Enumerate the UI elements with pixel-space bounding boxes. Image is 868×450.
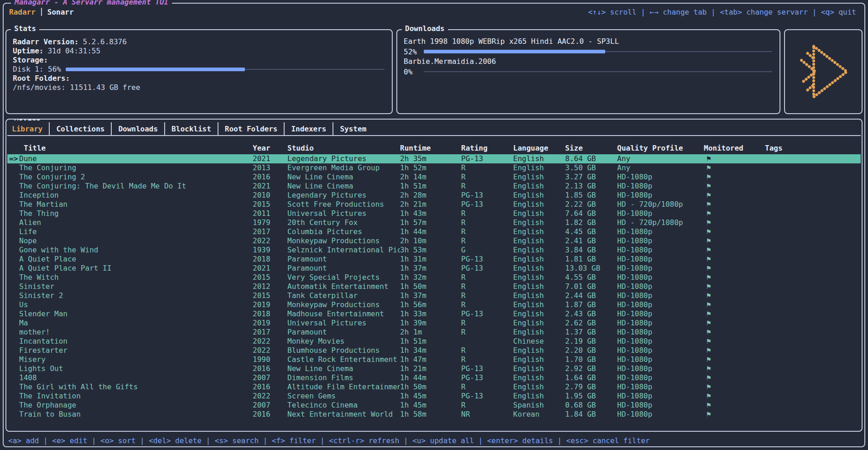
table-row[interactable]: Incantation2022Monkey Movies1h 51mChines… (7, 337, 861, 346)
header-marker-gap (7, 143, 19, 153)
tab-radarr[interactable]: Radarr (9, 8, 36, 16)
tab-blocklist[interactable]: Blocklist (164, 122, 218, 135)
cell-language: English (513, 355, 565, 364)
app-frame: Managarr - A Servarr management TUI Rada… (3, 3, 865, 447)
cell-title: Life (19, 227, 253, 236)
table-row[interactable]: Sinister2012Automatik Entertainment1h 50… (7, 282, 861, 291)
cell-runtime: 1h 45m (400, 392, 461, 401)
table-row[interactable]: Sinister 22015Tank Caterpillar1h 37mREng… (7, 291, 861, 300)
table-row[interactable]: A Quiet Place2018Paramount1h 31mPG-13Eng… (7, 255, 861, 264)
cell-tags (765, 154, 861, 163)
monitored-flag-icon: ⚑ (704, 200, 765, 209)
table-row[interactable]: The Invitation2022Screen Gems1h 45mPG-13… (7, 392, 861, 401)
table-row[interactable]: Slender Man2018Madhouse Entertainment1h … (7, 309, 861, 319)
cell-year: 2022 (253, 346, 287, 355)
download-percent: 52% (404, 47, 419, 56)
tab-indexers[interactable]: Indexers (284, 122, 333, 135)
cell-runtime: 1h 33m (400, 309, 461, 319)
table-row[interactable]: The Orphanage2007Telecinco Cinema1h 45mR… (7, 401, 861, 410)
table-row[interactable]: The Girl with All the Gifts2016Altitude … (7, 382, 861, 392)
cell-rating: R (461, 328, 513, 337)
monitored-flag-icon: ⚑ (704, 173, 765, 182)
monitored-flag-icon: ⚑ (704, 282, 765, 291)
tab-library[interactable]: Library (7, 122, 49, 135)
cell-tags (765, 173, 861, 182)
tab-downloads[interactable]: Downloads (111, 122, 164, 135)
cell-language: English (513, 173, 565, 182)
cell-rating: R (461, 300, 513, 309)
cell-studio: Legendary Pictures (287, 191, 400, 200)
table-row[interactable]: The Witch2015Very Special Projects1h 32m… (7, 273, 861, 282)
cell-tags (765, 309, 861, 319)
cell-studio: Legendary Pictures (287, 154, 400, 163)
top-panels-row: Stats Radarr Version: 5.2.6.8376 Uptime:… (5, 29, 863, 114)
cell-quality-profile: HD - 720p/1080p (617, 200, 704, 209)
table-row[interactable]: Lights Out2016New Line Cinema1h 21mPG-13… (7, 364, 861, 373)
cell-size: 2.79 GB (565, 382, 617, 392)
cell-language: English (513, 264, 565, 273)
table-row[interactable]: A Quiet Place Part II2021Paramount1h 37m… (7, 264, 861, 273)
table-row[interactable]: The Thing2011Universal Pictures1h 43mREn… (7, 209, 861, 218)
table-row[interactable]: mother!2017Paramount2h 1mREnglish1.37 GB… (7, 328, 861, 337)
cell-studio: New Line Cinema (287, 364, 400, 373)
table-row[interactable]: Inception2010Legendary Pictures2h 28mPG-… (7, 191, 861, 200)
table-row[interactable]: The Conjuring: The Devil Made Me Do It20… (7, 182, 861, 191)
monitored-flag-icon: ⚑ (704, 410, 765, 419)
table-row[interactable]: Nope2022Monkeypaw Productions2h 10mREngl… (7, 236, 861, 246)
cell-studio: Paramount (287, 328, 400, 337)
cell-language: English (513, 200, 565, 209)
cell-language: English (513, 255, 565, 264)
cell-studio: Paramount (287, 264, 400, 273)
tab-collections[interactable]: Collections (49, 122, 111, 135)
table-row[interactable]: Life2017Columbia Pictures1h 44mREnglish4… (7, 227, 861, 236)
monitored-flag-icon: ⚑ (704, 346, 765, 355)
selection-marker-icon (7, 328, 19, 337)
cell-studio: Altitude Film Entertainmen (287, 382, 400, 392)
cell-year: 2010 (253, 191, 287, 200)
cell-title: Inception (19, 191, 253, 200)
table-row[interactable]: 14082007Dimension Films1h 44mPG-13Englis… (7, 373, 861, 382)
cell-language: English (513, 291, 565, 300)
cell-rating: R (461, 173, 513, 182)
selection-marker-icon (7, 382, 19, 392)
stat-version: Radarr Version: 5.2.6.8376 (13, 37, 385, 47)
table-row[interactable]: =>Dune2021Legendary Pictures2h 35mPG-13E… (7, 154, 861, 163)
table-row[interactable]: Alien197920th Century Fox1h 57mREnglish1… (7, 218, 861, 227)
cell-title: Ma (19, 319, 253, 328)
table-row[interactable]: Gone with the Wind1939Selznick Internati… (7, 246, 861, 255)
column-header-rating: Rating (461, 143, 513, 153)
cell-quality-profile: HD-1080p (617, 355, 704, 364)
cell-runtime: 1h 44m (400, 227, 461, 236)
cell-language: English (513, 246, 565, 255)
cell-size: 1.95 GB (565, 392, 617, 401)
cell-size: 2.20 GB (565, 346, 617, 355)
cell-size: 7.64 GB (565, 209, 617, 218)
selection-marker-icon (7, 209, 19, 218)
uptime-label: Uptime: (13, 47, 43, 56)
cell-quality-profile: HD-1080p (617, 309, 704, 319)
cell-studio: Universal Pictures (287, 319, 400, 328)
table-row[interactable]: Misery1990Castle Rock Entertainment1h 47… (7, 355, 861, 364)
cell-size: 4.55 GB (565, 273, 617, 282)
selection-marker-icon (7, 173, 19, 182)
cell-quality-profile: HD-1080p (617, 282, 704, 291)
table-row[interactable]: Us2019Monkeypaw Productions1h 56mREnglis… (7, 300, 861, 309)
table-row[interactable]: The Conjuring2013Evergreen Media Group1h… (7, 163, 861, 173)
table-row[interactable]: The Martian2015Scott Free Productions2h … (7, 200, 861, 209)
table-row[interactable]: The Conjuring 22016New Line Cinema2h 14m… (7, 173, 861, 182)
cell-size: 1.85 GB (565, 191, 617, 200)
cell-size: 8.64 GB (565, 154, 617, 163)
table-row[interactable]: Ma2019Universal Pictures1h 39mREnglish2.… (7, 319, 861, 328)
download-percent: 0% (404, 68, 419, 76)
tab-system[interactable]: System (333, 122, 373, 135)
monitored-flag-icon: ⚑ (704, 401, 765, 410)
cell-runtime: 1h 37m (400, 264, 461, 273)
cell-title: The Witch (19, 273, 253, 282)
table-row[interactable]: Train to Busan2016Next Entertainment Wor… (7, 410, 861, 419)
cell-rating: PG-13 (461, 373, 513, 382)
cell-year: 2016 (253, 410, 287, 419)
tab-root-folders[interactable]: Root Folders (218, 122, 284, 135)
tab-sonarr[interactable]: Sonarr (47, 8, 74, 16)
cell-studio: Scott Free Productions (287, 200, 400, 209)
table-row[interactable]: Firestarter2022Blumhouse Productions1h 3… (7, 346, 861, 355)
